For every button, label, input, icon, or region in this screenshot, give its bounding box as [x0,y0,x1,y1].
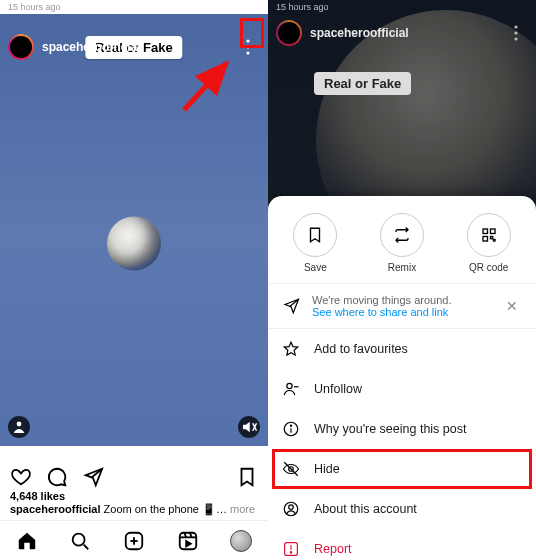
report-item[interactable]: Report [268,529,536,560]
author-avatar[interactable] [276,20,302,46]
action-sheet: Save Remix QR code We're moving things a… [268,196,536,560]
more-options-button[interactable] [238,36,258,58]
qr-button[interactable]: QR code [467,213,511,273]
nav-reels-icon[interactable] [177,530,199,552]
about-item[interactable]: About this account [268,489,536,529]
svg-point-3 [246,39,249,42]
post-header: spaceheroofficial [0,28,268,66]
svg-rect-23 [493,240,495,242]
info-link[interactable]: See where to share and link [312,306,490,318]
close-icon[interactable]: ✕ [502,294,522,318]
nav-search-icon[interactable] [69,530,91,552]
hide-label: Hide [314,462,340,476]
nav-create-icon[interactable] [123,530,145,552]
svg-rect-22 [490,237,492,239]
hide-icon [282,460,300,478]
caption-text: Zoom on the phone 📱… [100,503,230,515]
svg-point-16 [514,25,517,28]
nav-profile-avatar[interactable] [230,530,252,552]
bookmark-icon [293,213,337,257]
remix-button[interactable]: Remix [380,213,424,273]
svg-point-24 [287,383,292,388]
svg-rect-20 [490,229,495,234]
author-username[interactable]: spaceheroofficial [42,40,141,54]
qr-label: QR code [469,262,508,273]
svg-rect-21 [483,237,488,242]
svg-point-0 [17,422,22,427]
svg-point-32 [289,505,294,510]
user-tag-icon[interactable] [8,416,30,438]
star-icon [282,340,300,358]
svg-rect-12 [179,532,196,549]
left-phone: 15 hours ago Real or Fake spaceherooffic… [0,0,268,560]
post-image[interactable]: Real or Fake [0,14,268,446]
unfollow-label: Unfollow [314,382,362,396]
report-label: Report [314,542,352,556]
about-label: About this account [314,502,417,516]
bookmark-icon[interactable] [236,466,258,488]
send-icon [282,297,300,315]
qr-icon [467,213,511,257]
post-header: spaceheroofficial [268,14,536,52]
svg-point-28 [290,425,291,426]
post-area: Real or Fake spaceheroofficial [0,14,268,460]
svg-line-8 [84,544,89,549]
svg-point-18 [514,37,517,40]
save-button[interactable]: Save [293,213,337,273]
info-icon [282,420,300,438]
sheet-top-row: Save Remix QR code [268,209,536,284]
why-label: Why you're seeing this post [314,422,466,436]
remix-label: Remix [388,262,416,273]
hide-item[interactable]: Hide [268,449,536,489]
caption-more[interactable]: more [230,503,255,515]
mute-icon[interactable] [238,416,260,438]
unfollow-icon [282,380,300,398]
comment-icon[interactable] [46,466,68,488]
remix-icon [380,213,424,257]
timestamp: 15 hours ago [0,0,268,14]
right-phone: 15 hours ago spaceheroofficial Real or F… [268,0,536,560]
author-username[interactable]: spaceheroofficial [310,26,409,40]
why-item[interactable]: Why you're seeing this post [268,409,536,449]
share-icon[interactable] [82,466,104,488]
bottom-nav [0,520,268,560]
action-row [0,460,268,490]
more-options-button[interactable] [506,22,526,44]
author-avatar[interactable] [8,34,34,60]
svg-point-5 [246,51,249,54]
unfollow-item[interactable]: Unfollow [268,369,536,409]
info-line: We're moving things around. [312,294,490,306]
fav-label: Add to favourites [314,342,408,356]
moon-graphic [107,217,161,271]
caption[interactable]: spaceheroofficial Zoom on the phone 📱… m… [0,502,268,516]
save-label: Save [304,262,327,273]
svg-point-7 [73,533,85,545]
svg-rect-19 [483,229,488,234]
svg-point-4 [246,45,249,48]
report-icon [282,540,300,558]
likes-count[interactable]: 4,648 likes [0,490,268,502]
account-icon [282,500,300,518]
caption-username[interactable]: spaceheroofficial [10,503,100,515]
svg-point-35 [290,552,291,553]
like-icon[interactable] [10,466,32,488]
nav-home-icon[interactable] [16,530,38,552]
svg-point-17 [514,31,517,34]
info-banner: We're moving things around. See where to… [268,284,536,329]
timestamp: 15 hours ago [268,0,536,14]
overlay-badge: Real or Fake [314,72,411,95]
fav-item[interactable]: Add to favourites [268,329,536,369]
